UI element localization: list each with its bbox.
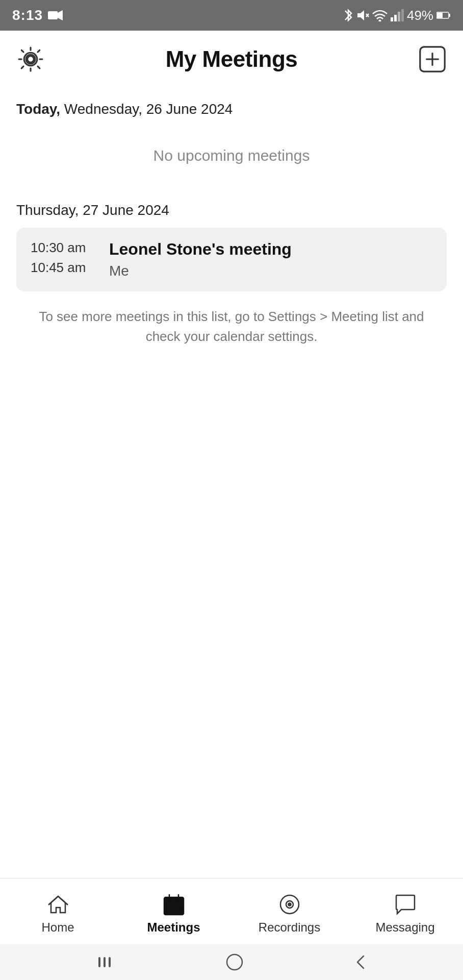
svg-rect-33	[104, 957, 106, 967]
bluetooth-icon	[344, 8, 353, 22]
battery-percent: 49%	[407, 8, 433, 23]
android-home-button[interactable]	[225, 953, 244, 971]
nav-home-label: Home	[41, 920, 74, 935]
meeting-organizer: Me	[109, 263, 292, 279]
today-label: Today,	[16, 101, 60, 117]
svg-rect-27	[173, 910, 175, 912]
svg-point-5	[378, 20, 381, 22]
android-menu-icon	[95, 954, 116, 970]
mute-icon	[356, 9, 369, 22]
add-icon	[418, 45, 447, 74]
status-bar-right: 49%	[344, 8, 451, 23]
battery-icon	[436, 11, 451, 19]
header: My Meetings	[0, 31, 463, 84]
android-back-icon	[353, 953, 368, 971]
add-meeting-button[interactable]	[418, 45, 447, 74]
nav-home[interactable]: Home	[0, 892, 116, 935]
main-content: Today, Wednesday, 26 June 2024 No upcomi…	[0, 84, 463, 878]
meeting-details: Leonel Stone's meeting Me	[109, 240, 292, 279]
android-back-button[interactable]	[353, 953, 368, 971]
bottom-navigation: Home Meetings	[0, 878, 463, 944]
nav-recordings[interactable]: Recordings	[232, 892, 347, 935]
thursday-date: Thursday, 27 June 2024	[16, 202, 169, 218]
recordings-icon	[277, 892, 302, 917]
settings-button[interactable]	[16, 45, 45, 74]
nav-messaging-label: Messaging	[375, 920, 434, 935]
thursday-header: Thursday, 27 June 2024	[16, 202, 447, 218]
svg-point-31	[288, 903, 291, 905]
status-bar: 8:13 49%	[0, 0, 463, 31]
svg-rect-7	[394, 15, 397, 21]
android-home-icon	[225, 953, 244, 971]
svg-rect-6	[391, 17, 393, 21]
today-header: Today, Wednesday, 26 June 2024	[16, 101, 447, 117]
svg-marker-1	[58, 10, 63, 20]
svg-rect-35	[227, 954, 242, 970]
svg-rect-25	[178, 905, 181, 908]
svg-rect-23	[167, 905, 170, 908]
meeting-card[interactable]: 10:30 am 10:45 am Leonel Stone's meeting…	[16, 228, 447, 291]
svg-rect-12	[449, 14, 450, 17]
svg-rect-11	[437, 13, 443, 18]
status-bar-left: 8:13	[12, 7, 63, 23]
svg-rect-8	[398, 12, 400, 21]
page-title: My Meetings	[166, 46, 298, 72]
meeting-end-time: 10:45 am	[31, 260, 97, 276]
nav-messaging[interactable]: Messaging	[347, 892, 463, 935]
video-camera-icon	[48, 10, 63, 21]
status-time: 8:13	[12, 7, 43, 23]
svg-rect-34	[109, 957, 111, 967]
svg-rect-32	[98, 957, 100, 967]
svg-rect-0	[48, 11, 58, 19]
android-menu-button[interactable]	[95, 954, 116, 970]
meeting-times: 10:30 am 10:45 am	[31, 240, 97, 279]
nav-meetings-label: Meetings	[147, 920, 200, 935]
gear-icon	[16, 45, 45, 74]
wifi-icon	[372, 9, 388, 21]
today-date: Wednesday, 26 June 2024	[64, 101, 233, 117]
footer-hint: To see more meetings in this list, go to…	[16, 307, 447, 347]
signal-icon	[391, 9, 404, 21]
no-meetings-text: No upcoming meetings	[16, 127, 447, 190]
meeting-title: Leonel Stone's meeting	[109, 240, 292, 259]
svg-rect-26	[167, 910, 170, 912]
svg-marker-2	[357, 10, 364, 20]
nav-recordings-label: Recordings	[259, 920, 320, 935]
messaging-icon	[393, 892, 418, 917]
svg-rect-9	[401, 9, 404, 21]
meeting-start-time: 10:30 am	[31, 240, 97, 256]
android-nav-bar	[0, 944, 463, 980]
meetings-icon	[161, 892, 187, 917]
svg-rect-28	[178, 910, 181, 912]
home-icon	[45, 892, 71, 917]
nav-meetings[interactable]: Meetings	[116, 892, 232, 935]
svg-point-15	[28, 56, 34, 63]
svg-rect-24	[173, 905, 175, 908]
